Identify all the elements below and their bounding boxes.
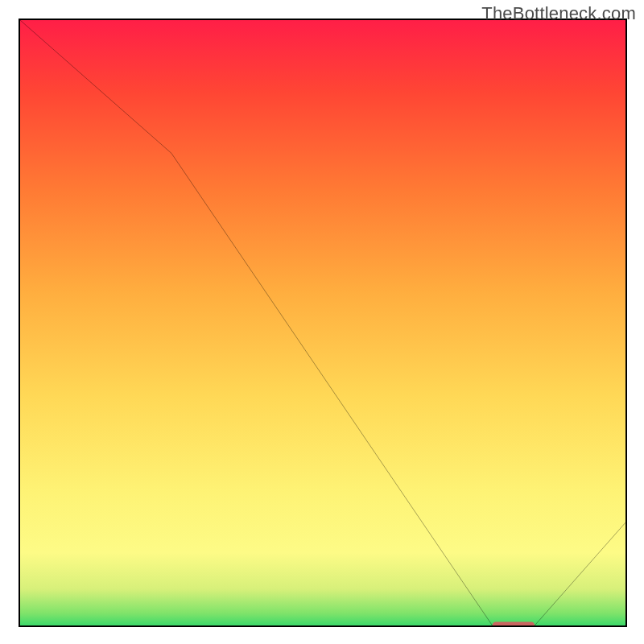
- background-rect: [20, 20, 625, 625]
- chart-svg: [20, 20, 625, 625]
- plot-area: [20, 20, 625, 625]
- chart-stage: TheBottleneck.com: [0, 0, 644, 644]
- flat-segment-marker: [493, 621, 535, 625]
- watermark-label: TheBottleneck.com: [481, 3, 636, 24]
